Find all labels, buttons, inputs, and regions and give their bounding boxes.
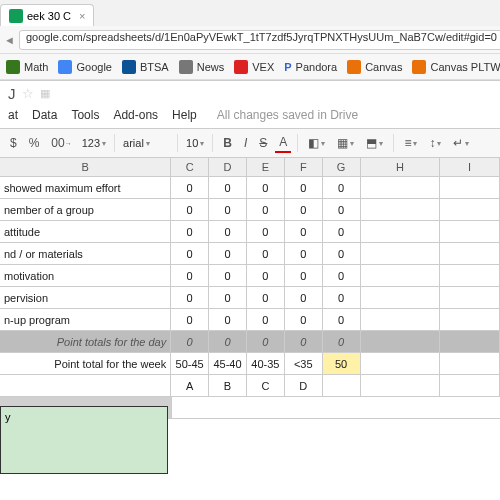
data-cell[interactable]: 0 (209, 177, 247, 198)
merge-button[interactable]: ⬒▾ (362, 134, 387, 152)
folder-icon[interactable]: ▦ (40, 87, 50, 100)
menu-addons[interactable]: Add-ons (113, 108, 158, 122)
data-cell[interactable]: 0 (323, 243, 361, 264)
totals-f[interactable]: 0 (285, 331, 323, 352)
totals-g[interactable]: 0 (323, 331, 361, 352)
data-cell[interactable]: 0 (285, 199, 323, 220)
data-cell[interactable]: 0 (285, 221, 323, 242)
row-label[interactable]: nd / or materials (0, 243, 171, 264)
strike-button[interactable]: S (255, 134, 271, 152)
week-g[interactable]: 50 (323, 353, 361, 374)
bold-button[interactable]: B (219, 134, 236, 152)
text-color-button[interactable]: A (275, 133, 291, 153)
data-cell[interactable]: 0 (247, 221, 285, 242)
col-header-g[interactable]: G (323, 158, 361, 176)
font-select[interactable]: arial▾ (121, 136, 171, 150)
data-cell[interactable]: 0 (323, 177, 361, 198)
data-cell[interactable]: 0 (247, 287, 285, 308)
data-cell[interactable]: 0 (171, 287, 209, 308)
doc-title[interactable]: J (8, 85, 16, 102)
data-cell[interactable]: 0 (323, 199, 361, 220)
star-icon[interactable]: ☆ (22, 86, 34, 101)
col-header-d[interactable]: D (209, 158, 247, 176)
totals-c[interactable]: 0 (171, 331, 209, 352)
back-button[interactable]: ◄ (4, 29, 15, 51)
data-cell[interactable]: 0 (285, 243, 323, 264)
week-label[interactable]: Point total for the week (0, 353, 171, 374)
data-cell[interactable]: 0 (209, 265, 247, 286)
browser-tab[interactable]: eek 30 C × (0, 4, 94, 26)
bookmark-math[interactable]: Math (6, 60, 48, 74)
align-button[interactable]: ≡▾ (400, 134, 421, 152)
data-cell[interactable]: 0 (209, 309, 247, 330)
week-d[interactable]: 45-40 (209, 353, 247, 374)
col-header-e[interactable]: E (247, 158, 285, 176)
bookmark-pandora[interactable]: PPandora (284, 61, 337, 73)
grade-a[interactable]: A (171, 375, 209, 396)
bookmark-google[interactable]: Google (58, 60, 111, 74)
col-header-b[interactable]: B (0, 158, 171, 176)
decimal-button[interactable]: 00→ (47, 134, 75, 152)
data-cell[interactable]: 0 (285, 177, 323, 198)
currency-button[interactable]: $ (6, 134, 21, 152)
bookmark-btsa[interactable]: BTSA (122, 60, 169, 74)
col-header-i[interactable]: I (440, 158, 500, 176)
row-label[interactable]: n-up program (0, 309, 171, 330)
bookmark-news[interactable]: News (179, 60, 225, 74)
close-icon[interactable]: × (79, 10, 85, 22)
row-label[interactable]: motivation (0, 265, 171, 286)
data-cell[interactable]: 0 (209, 221, 247, 242)
fill-color-button[interactable]: ◧▾ (304, 134, 329, 152)
data-cell[interactable]: 0 (171, 221, 209, 242)
bookmark-vex[interactable]: VEX (234, 60, 274, 74)
font-size-select[interactable]: 10▾ (184, 136, 206, 150)
row-label[interactable]: showed maximum effort (0, 177, 171, 198)
data-cell[interactable]: 0 (209, 243, 247, 264)
data-cell[interactable]: 0 (247, 199, 285, 220)
spreadsheet-grid[interactable]: B C D E F G H I showed maximum effort000… (0, 158, 500, 419)
bookmark-canvas[interactable]: Canvas (347, 60, 402, 74)
menu-format[interactable]: at (8, 108, 18, 122)
url-input[interactable]: google.com/spreadsheets/d/1En0aPyVEwkT_1… (19, 30, 500, 50)
percent-button[interactable]: % (25, 134, 44, 152)
valign-button[interactable]: ↕▾ (425, 134, 445, 152)
week-e[interactable]: 40-35 (247, 353, 285, 374)
menu-data[interactable]: Data (32, 108, 57, 122)
data-cell[interactable]: 0 (247, 265, 285, 286)
data-cell[interactable]: 0 (323, 265, 361, 286)
totals-d[interactable]: 0 (209, 331, 247, 352)
row-label[interactable]: nember of a group (0, 199, 171, 220)
data-cell[interactable]: 0 (171, 199, 209, 220)
data-cell[interactable]: 0 (247, 243, 285, 264)
data-cell[interactable]: 0 (171, 177, 209, 198)
data-cell[interactable]: 0 (285, 265, 323, 286)
week-f[interactable]: <35 (285, 353, 323, 374)
borders-button[interactable]: ▦▾ (333, 134, 358, 152)
wrap-button[interactable]: ↵▾ (449, 134, 473, 152)
data-cell[interactable]: 0 (323, 221, 361, 242)
col-header-h[interactable]: H (361, 158, 441, 176)
data-cell[interactable]: 0 (171, 309, 209, 330)
data-cell[interactable]: 0 (285, 309, 323, 330)
totals-label[interactable]: Point totals for the day (0, 331, 171, 352)
menu-tools[interactable]: Tools (71, 108, 99, 122)
col-header-c[interactable]: C (171, 158, 209, 176)
bookmark-canvas-pltw[interactable]: Canvas PLTW (412, 60, 500, 74)
week-c[interactable]: 50-45 (171, 353, 209, 374)
data-cell[interactable]: 0 (285, 287, 323, 308)
data-cell[interactable]: 0 (323, 287, 361, 308)
comment-box[interactable]: y (0, 406, 168, 474)
data-cell[interactable]: 0 (171, 265, 209, 286)
data-cell[interactable]: 0 (209, 287, 247, 308)
data-cell[interactable]: 0 (171, 243, 209, 264)
italic-button[interactable]: I (240, 134, 251, 152)
grade-d[interactable]: D (285, 375, 323, 396)
col-header-f[interactable]: F (285, 158, 323, 176)
data-cell[interactable]: 0 (209, 199, 247, 220)
data-cell[interactable]: 0 (247, 177, 285, 198)
data-cell[interactable]: 0 (247, 309, 285, 330)
grade-c[interactable]: C (247, 375, 285, 396)
data-cell[interactable]: 0 (323, 309, 361, 330)
row-label[interactable]: attitude (0, 221, 171, 242)
menu-help[interactable]: Help (172, 108, 197, 122)
